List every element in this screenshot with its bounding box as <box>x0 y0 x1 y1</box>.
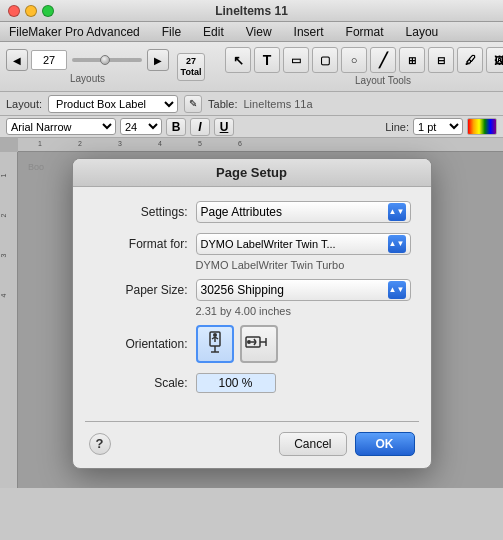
ok-button[interactable]: OK <box>355 432 415 456</box>
help-button[interactable]: ? <box>89 433 111 455</box>
arrow-tool-button[interactable]: ↖ <box>225 47 251 73</box>
portrait-icon <box>203 330 227 358</box>
cancel-button[interactable]: Cancel <box>279 432 346 456</box>
settings-select-arrow: ▲▼ <box>388 203 406 221</box>
portal-tool-button[interactable]: ⊟ <box>428 47 454 73</box>
layout-number: 27 <box>31 50 67 70</box>
table-name-label: LineItems 11a <box>243 98 312 110</box>
font-bar: Arial Narrow 24 B I U Line: 1 pt <box>0 116 503 138</box>
layout-prefix-label: Layout: <box>6 98 42 110</box>
landscape-icon <box>244 332 274 356</box>
scale-label: Scale: <box>93 376 188 390</box>
svg-point-3 <box>213 333 217 337</box>
menu-layout[interactable]: Layou <box>401 24 444 40</box>
italic-button[interactable]: I <box>190 118 210 136</box>
format-for-select-arrow: ▲▼ <box>388 235 406 253</box>
picture-tool-button[interactable]: 🖼 <box>486 47 503 73</box>
page-setup-dialog: Page Setup Settings: Page Attributes ▲▼ … <box>72 158 432 469</box>
orientation-buttons <box>196 325 278 363</box>
line-weight-select[interactable]: 1 pt <box>413 118 463 135</box>
layout-tools-label: Layout Tools <box>355 75 411 86</box>
settings-label: Settings: <box>93 205 188 219</box>
layout-edit-icon[interactable]: ✎ <box>184 95 202 113</box>
format-for-sub: DYMO LabelWriter Twin Turbo <box>196 259 411 271</box>
dialog-title: Page Setup <box>73 159 431 187</box>
line-tool-button[interactable]: ╱ <box>370 47 396 73</box>
paper-size-select-arrow: ▲▼ <box>388 281 406 299</box>
text-tool-button[interactable]: T <box>254 47 280 73</box>
layout-select[interactable]: Product Box Label <box>48 95 178 113</box>
color-swatch[interactable] <box>467 118 497 135</box>
paper-size-row: Paper Size: 30256 Shipping ▲▼ <box>93 279 411 301</box>
font-family-select[interactable]: Arial Narrow <box>6 118 116 135</box>
menu-filemaker[interactable]: FileMaker Pro Advanced <box>4 24 145 40</box>
close-button[interactable] <box>8 5 20 17</box>
prev-layout-button[interactable]: ◀ <box>6 49 28 71</box>
layout-dropdown-wrapper[interactable]: Product Box Label <box>48 95 178 113</box>
menu-bar: FileMaker Pro Advanced File Edit View In… <box>0 22 503 42</box>
landscape-button[interactable] <box>240 325 278 363</box>
dialog-divider <box>85 421 419 422</box>
round-rect-tool-button[interactable]: ▢ <box>312 47 338 73</box>
paper-size-select[interactable]: 30256 Shipping ▲▼ <box>196 279 411 301</box>
menu-insert[interactable]: Insert <box>289 24 329 40</box>
traffic-lights <box>8 5 54 17</box>
portrait-button[interactable] <box>196 325 234 363</box>
scale-input[interactable] <box>196 373 276 393</box>
scale-row: Scale: <box>93 373 411 393</box>
field-tool-button[interactable]: ⊞ <box>399 47 425 73</box>
window-title: LineItems 11 <box>215 4 288 18</box>
main-toolbar: ◀ 27 ▶ Layouts 27 Total ↖ T ▭ ▢ ○ <box>0 42 503 92</box>
canvas-area: 1 2 3 4 5 6 1 2 3 4 Boo Page Setup Setti… <box>0 138 503 488</box>
settings-row: Settings: Page Attributes ▲▼ <box>93 201 411 223</box>
dialog-footer: ? Cancel OK <box>73 432 431 456</box>
app-titlebar: LineItems 11 <box>0 0 503 22</box>
paper-size-sub: 2.31 by 4.00 inches <box>196 305 411 317</box>
total-group: 27 Total <box>177 53 205 81</box>
format-for-row: Format for: DYMO LabelWriter Twin T... ▲… <box>93 233 411 255</box>
format-for-select[interactable]: DYMO LabelWriter Twin T... ▲▼ <box>196 233 411 255</box>
bold-button[interactable]: B <box>166 118 186 136</box>
settings-select[interactable]: Page Attributes ▲▼ <box>196 201 411 223</box>
orientation-row: Orientation: <box>93 325 411 363</box>
table-prefix-label: Table: <box>208 98 237 110</box>
layout-bar: Layout: Product Box Label ✎ Table: LineI… <box>0 92 503 116</box>
font-size-select[interactable]: 24 <box>120 118 162 135</box>
dialog-body: Settings: Page Attributes ▲▼ Format for:… <box>73 187 431 411</box>
layouts-label: Layouts <box>70 73 105 84</box>
layout-nav-group: ◀ 27 ▶ Layouts <box>6 49 169 84</box>
oval-tool-button[interactable]: ○ <box>341 47 367 73</box>
total-icon: 27 Total <box>177 53 205 81</box>
paper-size-label: Paper Size: <box>93 283 188 297</box>
minimize-button[interactable] <box>25 5 37 17</box>
underline-button[interactable]: U <box>214 118 234 136</box>
maximize-button[interactable] <box>42 5 54 17</box>
svg-point-10 <box>247 340 251 344</box>
dialog-overlay: Page Setup Settings: Page Attributes ▲▼ … <box>0 138 503 488</box>
next-layout-button[interactable]: ▶ <box>147 49 169 71</box>
menu-view[interactable]: View <box>241 24 277 40</box>
menu-edit[interactable]: Edit <box>198 24 229 40</box>
paint-tool-button[interactable]: 🖊 <box>457 47 483 73</box>
layout-tools-group: ↖ T ▭ ▢ ○ ╱ ⊞ ⊟ 🖊 🖼 ⬚ Layout Tools <box>225 47 503 86</box>
rect-tool-button[interactable]: ▭ <box>283 47 309 73</box>
menu-file[interactable]: File <box>157 24 186 40</box>
orientation-label: Orientation: <box>93 337 188 351</box>
menu-format[interactable]: Format <box>341 24 389 40</box>
footer-buttons: Cancel OK <box>279 432 414 456</box>
format-for-label: Format for: <box>93 237 188 251</box>
line-prefix-label: Line: <box>385 121 409 133</box>
